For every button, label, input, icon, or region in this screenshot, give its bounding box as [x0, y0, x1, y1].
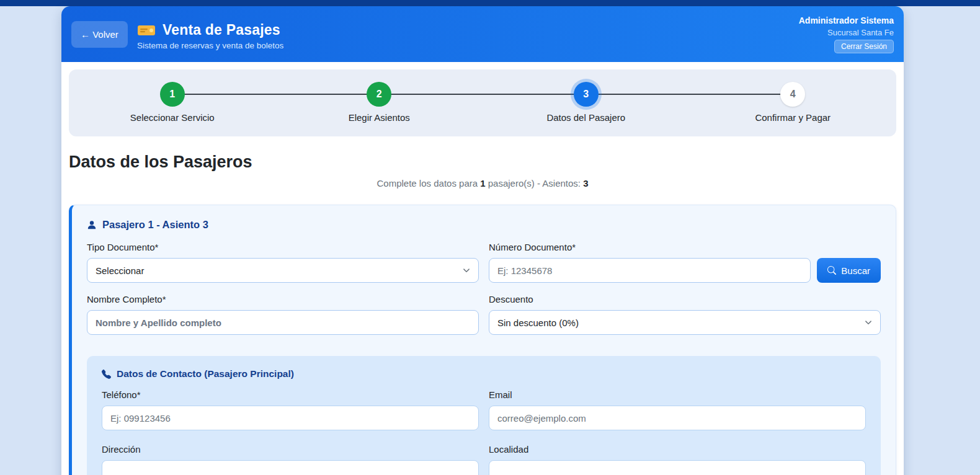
- field-telefono: Teléfono*: [102, 389, 479, 430]
- buscar-button-label: Buscar: [841, 265, 870, 276]
- app-title: Venta de Pasajes: [163, 22, 280, 38]
- passenger-form: Tipo Documento* Seleccionar Número Docum…: [87, 242, 881, 335]
- contact-form: Teléfono* Email Dirección Localidad: [102, 389, 866, 475]
- app-header: ← Volver Venta de Pasajes Sistema de res…: [61, 6, 904, 62]
- telefono-label: Teléfono*: [102, 389, 479, 400]
- tipo-documento-value: Seleccionar: [96, 265, 144, 276]
- chevron-down-icon: [463, 267, 470, 274]
- stepper: 1 Seleccionar Servicio 2 Elegir Asientos…: [69, 69, 896, 136]
- step-3-circle[interactable]: 3: [574, 82, 599, 107]
- page-title: Datos de los Pasajeros: [69, 153, 896, 172]
- chevron-down-icon: [865, 319, 872, 326]
- direccion-input[interactable]: [102, 460, 479, 475]
- email-input[interactable]: [489, 406, 866, 430]
- back-button[interactable]: ← Volver: [71, 21, 128, 48]
- contact-card-title: Datos de Contacto (Pasajero Principal): [117, 368, 294, 380]
- step-2-label: Elegir Asientos: [349, 112, 410, 123]
- field-tipo-documento: Tipo Documento* Seleccionar: [87, 242, 479, 283]
- field-localidad: Localidad: [489, 444, 866, 475]
- field-email: Email: [489, 389, 866, 430]
- step-2: 2 Elegir Asientos: [276, 82, 483, 123]
- email-label: Email: [489, 389, 866, 400]
- contact-card: Datos de Contacto (Pasajero Principal) T…: [87, 356, 881, 475]
- main-content: Datos de los Pasajeros Complete los dato…: [61, 153, 904, 475]
- direccion-label: Dirección: [102, 444, 479, 455]
- telefono-input[interactable]: [102, 406, 479, 430]
- summary-middle: pasajero(s) - Asientos:: [486, 178, 584, 189]
- phone-icon: [102, 370, 111, 379]
- buscar-button[interactable]: Buscar: [817, 258, 881, 283]
- user-name: Administrador Sistema: [799, 16, 894, 25]
- user-block: Administrador Sistema Sucursal Santa Fe …: [799, 16, 894, 53]
- back-arrow-icon: ←: [81, 29, 90, 40]
- summary-seats: 3: [583, 178, 588, 189]
- descuento-select[interactable]: Sin descuento (0%): [489, 310, 881, 335]
- step-2-circle[interactable]: 2: [367, 82, 391, 107]
- descuento-value: Sin descuento (0%): [497, 317, 579, 328]
- passenger-card: Pasajero 1 - Asiento 3 Tipo Documento* S…: [69, 205, 896, 475]
- field-direccion: Dirección: [102, 444, 479, 475]
- app-subtitle: Sistema de reservas y venta de boletos: [137, 41, 283, 50]
- step-1-label: Seleccionar Servicio: [130, 112, 215, 123]
- back-button-label: Volver: [92, 29, 118, 40]
- nombre-completo-label: Nombre Completo*: [87, 294, 479, 304]
- step-4-label: Confirmar y Pagar: [755, 112, 831, 123]
- user-branch: Sucursal Santa Fe: [827, 28, 894, 37]
- step-3-label: Datos del Pasajero: [546, 112, 625, 123]
- nombre-completo-input[interactable]: [87, 310, 479, 335]
- top-strip: [0, 0, 980, 6]
- step-3: 3 Datos del Pasajero: [483, 82, 690, 123]
- summary-text: Complete los datos para 1 pasajero(s) - …: [69, 178, 896, 189]
- logout-button[interactable]: Cerrar Sesión: [834, 40, 894, 53]
- search-icon: [827, 266, 836, 275]
- localidad-label: Localidad: [489, 444, 866, 455]
- step-1-circle[interactable]: 1: [160, 82, 185, 107]
- person-icon: [87, 220, 97, 230]
- step-4-circle[interactable]: 4: [780, 82, 805, 107]
- passenger-card-title: Pasajero 1 - Asiento 3: [102, 219, 208, 231]
- passenger-card-header: Pasajero 1 - Asiento 3: [87, 219, 881, 231]
- field-nombre-completo: Nombre Completo*: [87, 294, 479, 335]
- contact-card-header: Datos de Contacto (Pasajero Principal): [102, 368, 866, 380]
- numero-documento-label: Número Documento*: [489, 242, 881, 252]
- ticket-icon: [137, 23, 156, 38]
- field-descuento: Descuento Sin descuento (0%): [489, 294, 881, 335]
- app-window: ← Volver Venta de Pasajes Sistema de res…: [61, 6, 904, 475]
- brand: Venta de Pasajes Sistema de reservas y v…: [137, 22, 283, 50]
- localidad-input[interactable]: [489, 460, 866, 475]
- step-4: 4 Confirmar y Pagar: [690, 82, 897, 123]
- descuento-label: Descuento: [489, 294, 881, 304]
- numero-documento-input[interactable]: [489, 258, 811, 283]
- tipo-documento-select[interactable]: Seleccionar: [87, 258, 479, 283]
- tipo-documento-label: Tipo Documento*: [87, 242, 479, 252]
- summary-count: 1: [480, 178, 485, 189]
- summary-prefix: Complete los datos para: [376, 178, 480, 189]
- step-1: 1 Seleccionar Servicio: [69, 82, 276, 123]
- field-numero-documento: Número Documento* Buscar: [489, 242, 881, 283]
